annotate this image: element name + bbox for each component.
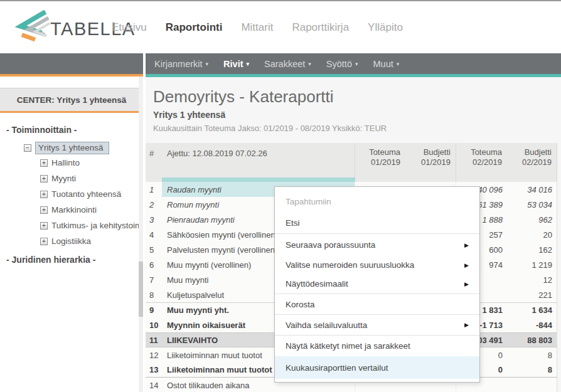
collapse-icon[interactable]: − bbox=[24, 144, 31, 152]
submenu-arrow-icon: ▶ bbox=[464, 262, 469, 268]
expand-icon[interactable]: + bbox=[40, 191, 48, 198]
tree-node-logistiikka[interactable]: + Logistiikka bbox=[40, 233, 143, 249]
caret-down-icon: ▾ bbox=[355, 61, 358, 67]
nav-mittarit[interactable]: Mittarit bbox=[241, 21, 273, 34]
report-toolbar: Kirjanmerkit▾ Rivit▾ Sarakkeet▾ Syöttö▾ … bbox=[146, 53, 561, 77]
menu-item-valitse-numeroiden-suuruusluokka[interactable]: Valitse numeroiden suuruusluokka▶ bbox=[275, 256, 479, 274]
tree-node-markkinointi[interactable]: + Markkinointi bbox=[40, 202, 143, 218]
col-header-toteuma-01[interactable]: Toteuma01/2019 bbox=[355, 143, 405, 182]
sidebar-main-divider bbox=[143, 53, 146, 392]
sidebar: CENTER: Yritys 1 yhteensä - Toiminnoitta… bbox=[0, 77, 143, 392]
toolbar-muut[interactable]: Muut▾ bbox=[373, 59, 400, 69]
app-root: TABELLA Etusivu Raportointi Mittarit Rap… bbox=[0, 0, 561, 392]
report-subtitle: Yritys 1 yhteensä bbox=[153, 110, 225, 120]
tree-group-juridinen-hierarkia[interactable]: - Juridinen hierarkia - bbox=[0, 253, 143, 266]
col-header-budjetti-02[interactable]: Budjetti02/2019 bbox=[507, 143, 557, 182]
report-title: Demoyritys - Kateraportti bbox=[153, 87, 334, 107]
sidebar-scrollbar-thumb[interactable] bbox=[139, 262, 143, 317]
tree-node-yritys-1-yhteensa[interactable]: − Yritys 1 yhteensä bbox=[24, 140, 143, 155]
menu-item-seuraava-poraussuunta[interactable]: Seuraava poraussuunta▶ bbox=[275, 234, 479, 256]
table-header-row: # Ajettu: 12.08.2019 07.02.26 Toteuma01/… bbox=[146, 143, 557, 182]
tree-node-tuotanto-yhteensa[interactable]: + Tuotanto yhteensä bbox=[40, 186, 143, 202]
tree-node-myynti[interactable]: + Myynti bbox=[40, 171, 143, 186]
expand-icon[interactable]: + bbox=[40, 159, 48, 167]
col-header-number: # bbox=[146, 143, 162, 182]
expand-icon[interactable]: + bbox=[40, 206, 48, 214]
caret-down-icon: ▾ bbox=[247, 61, 250, 67]
nav-raporttikirja[interactable]: Raporttikirja bbox=[292, 21, 349, 34]
submenu-arrow-icon: ▶ bbox=[464, 242, 469, 248]
expand-icon[interactable]: + bbox=[40, 175, 48, 183]
col-header-toteuma-02[interactable]: Toteuma02/2019 bbox=[456, 143, 507, 182]
menu-item-kuukausiraporttien-vertailut[interactable]: Kuukausiraporttien vertailut bbox=[275, 356, 479, 379]
toolbar-rivit[interactable]: Rivit▾ bbox=[223, 59, 249, 69]
caret-down-icon: ▾ bbox=[397, 61, 400, 67]
menu-item-korosta[interactable]: Korosta bbox=[275, 294, 479, 314]
tree-node-tutkimus-ja-kehitystoim[interactable]: + Tutkimus- ja kehitystoim bbox=[40, 218, 143, 233]
hierarchy-tree: - Toiminnoittain - − Yritys 1 yhteensä +… bbox=[0, 124, 143, 266]
submenu-arrow-icon: ▶ bbox=[464, 322, 469, 328]
menu-item-nayta-katketyt-nimet-ja-sarakkeet[interactable]: Näytä kätketyt nimet ja sarakkeet bbox=[275, 336, 479, 356]
menu-item-tapahtumiin: Tapahtumiin bbox=[275, 190, 479, 213]
caret-down-icon: ▾ bbox=[206, 61, 209, 67]
toolbar-kirjanmerkit[interactable]: Kirjanmerkit▾ bbox=[154, 59, 208, 69]
toolbar-sarakkeet[interactable]: Sarakkeet▾ bbox=[264, 59, 311, 69]
main-nav: Etusivu Raportointi Mittarit Raporttikir… bbox=[112, 1, 403, 53]
caret-down-icon: ▾ bbox=[308, 61, 311, 67]
sidebar-header-bar bbox=[0, 53, 143, 77]
expand-icon[interactable]: + bbox=[40, 238, 48, 245]
nav-raportointi[interactable]: Raportointi bbox=[166, 21, 223, 34]
nav-etusivu[interactable]: Etusivu bbox=[112, 21, 147, 34]
selected-column-highlight bbox=[162, 177, 355, 182]
menu-item-nayttodesimaalit[interactable]: Näyttödesimaalit▶ bbox=[275, 274, 479, 294]
context-menu: Tapahtumiin Etsi Seuraava poraussuunta▶ … bbox=[274, 186, 480, 383]
nav-yllapito[interactable]: Ylläpito bbox=[368, 21, 403, 34]
tabella-fan-icon bbox=[15, 10, 55, 43]
report-meta: Kuukausittain Toteuma Jakso: 01/2019 - 0… bbox=[153, 124, 387, 133]
expand-icon[interactable]: + bbox=[40, 222, 48, 230]
tree-group-toiminnoittain[interactable]: - Toiminnoittain - bbox=[0, 124, 143, 136]
tree-node-hallinto[interactable]: + Hallinto bbox=[40, 155, 143, 171]
menu-item-etsi[interactable]: Etsi bbox=[275, 213, 479, 233]
center-selection-label: CENTER: Yritys 1 yhteensä bbox=[0, 88, 143, 113]
sidebar-scrollbar[interactable] bbox=[139, 77, 143, 392]
col-header-run-timestamp: Ajettu: 12.08.2019 07.02.26 bbox=[162, 143, 355, 182]
col-header-budjetti-01[interactable]: Budjetti01/2019 bbox=[405, 143, 456, 182]
top-bar: TABELLA Etusivu Raportointi Mittarit Rap… bbox=[0, 0, 561, 53]
submenu-arrow-icon: ▶ bbox=[464, 281, 469, 287]
toolbar-syotto[interactable]: Syöttö▾ bbox=[326, 59, 358, 69]
tree-node-label-selected: Yritys 1 yhteensä bbox=[35, 142, 109, 154]
menu-item-vaihda-selailuvaluutta[interactable]: Vaihda selailuvaluutta▶ bbox=[275, 315, 479, 335]
